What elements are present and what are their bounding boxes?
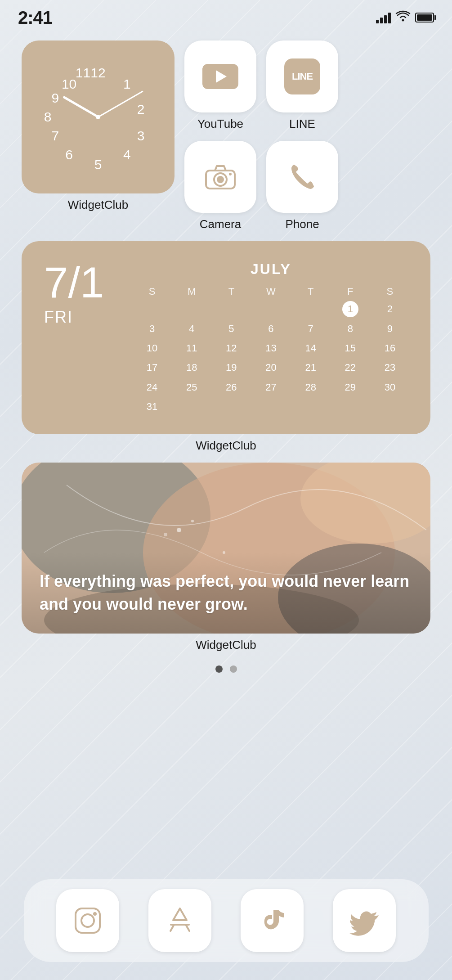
page-dot-1[interactable] (215, 665, 223, 673)
tiktok-icon (256, 905, 288, 936)
calendar-month: JULY (134, 261, 408, 278)
cal-day-13: 13 (253, 340, 289, 356)
svg-point-0 (402, 19, 404, 22)
quote-widget-label: WidgetClub (196, 638, 256, 652)
cal-day-11: 11 (174, 340, 210, 356)
cal-day-29: 29 (332, 379, 368, 395)
quote-text: If everything was perfect, you would nev… (22, 552, 430, 634)
phone-app-icon[interactable] (266, 141, 338, 213)
cal-day-14: 14 (293, 340, 329, 356)
calendar-date-section: 7/1 FRI (44, 261, 116, 327)
svg-point-17 (93, 912, 97, 916)
camera-label: Camera (200, 217, 241, 231)
cal-day-6: 6 (253, 321, 289, 337)
cal-day-10: 10 (134, 340, 170, 356)
svg-point-12 (164, 533, 167, 536)
cal-day-1: 1 (342, 301, 358, 317)
clock-num-6: 6 (65, 147, 73, 162)
cal-day-27: 27 (253, 379, 289, 395)
calendar-day: FRI (44, 308, 73, 327)
clock-num-1: 1 (123, 76, 131, 92)
cal-day-9: 9 (372, 321, 408, 337)
cal-day-2: 2 (372, 301, 408, 317)
status-bar: 2:41 (0, 0, 452, 31)
clock-center (96, 115, 100, 119)
cal-header-s2: S (372, 286, 408, 297)
svg-rect-15 (76, 908, 100, 933)
top-row: 12 1 2 3 4 5 6 7 8 9 10 11 (22, 40, 430, 231)
calendar-right: JULY S M T W T F S (134, 261, 408, 414)
svg-point-16 (81, 914, 94, 927)
cal-header-s1: S (134, 286, 170, 297)
clock-widget-label: WidgetClub (68, 198, 128, 212)
cal-day-15: 15 (332, 340, 368, 356)
status-icons (376, 12, 434, 23)
cal-day-19: 19 (213, 360, 249, 375)
calendar-big-date: 7/1 (44, 261, 104, 304)
quote-widget[interactable]: If everything was perfect, you would nev… (22, 463, 430, 634)
tiktok-dock-icon[interactable] (241, 889, 304, 952)
cal-day-16: 16 (372, 340, 408, 356)
cal-day-7: 7 (293, 321, 329, 337)
hour-hand (63, 96, 98, 118)
instagram-icon (72, 905, 103, 936)
calendar-widget[interactable]: 7/1 FRI JULY S M T W T F S (22, 241, 430, 434)
camera-app-icon[interactable] (184, 141, 256, 213)
app-grid: YouTube LINE LINE (184, 40, 338, 231)
clock-num-3: 3 (137, 128, 145, 144)
cal-header-w: W (253, 286, 289, 297)
camera-app-container: Camera (184, 141, 256, 231)
cal-day-20: 20 (253, 360, 289, 375)
minute-hand (98, 90, 143, 117)
line-icon: LINE (284, 58, 320, 94)
cal-day-4: 4 (174, 321, 210, 337)
youtube-app-icon[interactable] (184, 40, 256, 112)
clock-num-4: 4 (123, 147, 131, 162)
cal-day-18: 18 (174, 360, 210, 375)
clock-num-10: 10 (62, 76, 76, 92)
cal-header-f: F (332, 286, 368, 297)
calendar-widget-label: WidgetClub (196, 439, 256, 453)
instagram-dock-icon[interactable] (56, 889, 119, 952)
clock-num-8: 8 (44, 109, 52, 125)
cal-day-12: 12 (213, 340, 249, 356)
clock-face: 12 1 2 3 4 5 6 7 8 9 10 11 (35, 54, 161, 180)
cal-day-8: 8 (332, 321, 368, 337)
page-dot-2[interactable] (230, 665, 237, 673)
clock-num-2: 2 (137, 102, 145, 117)
cal-day-25: 25 (174, 379, 210, 395)
dock (24, 879, 429, 962)
twitter-dock-icon[interactable] (333, 889, 396, 952)
cal-header-t1: T (213, 286, 249, 297)
cal-day-26: 26 (213, 379, 249, 395)
clock-num-9: 9 (51, 90, 59, 106)
phone-app-container: Phone (266, 141, 338, 231)
clock-num-5: 5 (94, 157, 102, 172)
line-label: LINE (289, 117, 315, 131)
cal-header-t2: T (293, 286, 329, 297)
clock-num-11: 11 (76, 65, 90, 81)
calendar-widget-container: 7/1 FRI JULY S M T W T F S (22, 241, 430, 453)
cal-day-28: 28 (293, 379, 329, 395)
cal-day-24: 24 (134, 379, 170, 395)
svg-point-4 (229, 173, 232, 175)
cal-day-23: 23 (372, 360, 408, 375)
clock-num-7: 7 (51, 128, 59, 144)
cal-day-17: 17 (134, 360, 170, 375)
wifi-icon (396, 12, 410, 23)
cal-day-22: 22 (332, 360, 368, 375)
phone-icon (289, 163, 316, 191)
svg-point-10 (177, 528, 181, 532)
line-app-icon[interactable]: LINE (266, 40, 338, 112)
clock-widget[interactable]: 12 1 2 3 4 5 6 7 8 9 10 11 (22, 40, 175, 193)
appstore-icon (164, 905, 196, 936)
clock-widget-container: 12 1 2 3 4 5 6 7 8 9 10 11 (22, 40, 175, 212)
cal-day-30: 30 (372, 379, 408, 395)
camera-icon (204, 163, 237, 190)
cal-day-5: 5 (213, 321, 249, 337)
appstore-dock-icon[interactable] (148, 889, 211, 952)
quote-content: If everything was perfect, you would nev… (40, 570, 412, 616)
twitter-icon (349, 905, 380, 936)
youtube-icon (202, 64, 238, 89)
battery-icon (415, 13, 434, 22)
